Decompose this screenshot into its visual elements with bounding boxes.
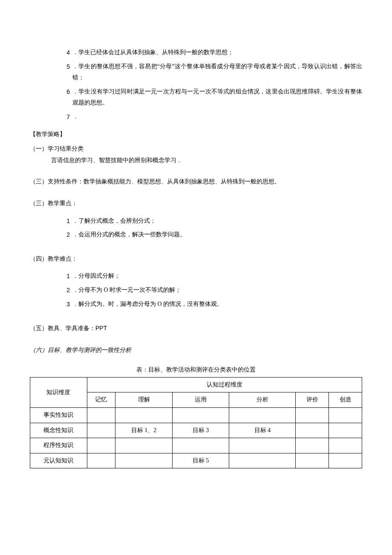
table-cell [229, 408, 296, 423]
list-item: 1 ．了解分式概念，会辨别分式； [30, 215, 362, 227]
list-item: 2 ．分母不为 O 时求一元一次不等式的解； [30, 285, 362, 296]
section-2: （三）支持性条件：数学抽象概括能力、模型思想、从具体到抽象思想、从特殊到一般的思… [30, 176, 362, 188]
table-cell [229, 438, 296, 453]
item-number: 3 [60, 299, 72, 310]
item-number: 4 [60, 47, 72, 58]
item-text: ．学生已经体会过从具体到抽象、从特殊到一般的数学思想； [72, 47, 362, 58]
item-text: ．学生没有学习过同时满足一元一次方程与一元一次不等式的组合情况，这里会出现思维障… [72, 86, 362, 109]
table-header-row: 知识维度 认知过程维度 [30, 377, 362, 392]
item-number: 1 [60, 270, 72, 282]
table-cell [296, 408, 329, 423]
numbered-list-top: 4 ．学生已经体会过从具体到抽象、从特殊到一般的数学思想； 5 ．学生的整体思想… [30, 47, 362, 123]
table-cell [296, 423, 329, 438]
table-cell [87, 453, 115, 468]
table-cell: 目标 1、2 [115, 423, 173, 438]
list-item: 2 ．会运用分式的概念，解决一些数学问题。 [30, 229, 362, 241]
row-label: 事实性知识 [30, 408, 87, 423]
section-3-heading: （三）教学重点： [30, 198, 362, 209]
item-text: ．分母因式分解； [72, 270, 362, 282]
list-item: 7 ． [30, 111, 362, 123]
table-cell [329, 408, 362, 423]
list-item: 3 ．解分式为。时，漏考虑分母为 O 的情况，没有整体观。 [30, 299, 362, 310]
col-label: 分析 [229, 392, 296, 408]
row-label: 元认知知识 [30, 453, 87, 468]
table-cell [229, 453, 296, 468]
item-text: ．会运用分式的概念，解决一些数学问题。 [72, 229, 362, 241]
table-cell [87, 408, 115, 423]
section-4: （四）教学难点： 1 ．分母因式分解； 2 ．分母不为 O 时求一元一次不等式的… [30, 253, 362, 310]
list-item: 5 ．学生的整体思想不强，容易把“分母”这个整体单独看成分母里的字母或者某个因式… [30, 61, 362, 84]
item-number: 6 [60, 86, 72, 109]
col-label: 运用 [172, 392, 229, 408]
section-2-heading: （三）支持性条件：数学抽象概括能力、模型思想、从具体到抽象思想、从特殊到一般的思… [30, 176, 362, 188]
table-cell [329, 438, 362, 453]
table-cell: 目标 3 [172, 423, 229, 438]
table-cell [87, 423, 115, 438]
section-1-heading: （一）学习结果分类 [30, 143, 362, 155]
table-caption: 表：目标、教学活动和测评在分类表中的位置 [30, 364, 362, 376]
table-row: 元认知知识 目标 5 [30, 453, 362, 468]
table-cell [296, 438, 329, 453]
strategy-header: 【教学策略】 [30, 129, 362, 140]
table-cell [115, 408, 173, 423]
row-label: 程序性知识 [30, 438, 87, 453]
item-text: ． [72, 111, 362, 123]
table-cell [329, 453, 362, 468]
table-row: 程序性知识 [30, 438, 362, 453]
col-label: 理解 [115, 392, 173, 408]
row-header-cell: 知识维度 [30, 377, 87, 407]
table-cell: 目标 4 [229, 423, 296, 438]
col-label: 创造 [329, 392, 362, 408]
table-cell: 目标 5 [172, 453, 229, 468]
table-row: 事实性知识 [30, 408, 362, 423]
table-cell [87, 438, 115, 453]
item-text: ．学生的整体思想不强，容易把“分母”这个整体单独看成分母里的字母或者某个因式，导… [72, 61, 362, 84]
table-cell [115, 453, 173, 468]
section-5: （五）教具、学具准备：PPT [30, 323, 362, 334]
table-cell [172, 438, 229, 453]
section-1-body: 言语信息的学习、智慧技能中的辨别和概念学习． [30, 155, 362, 166]
section-6-heading: （六）目标、教学与测评的一致性分析 [30, 345, 362, 356]
item-number: 1 [60, 215, 72, 227]
row-label: 概念性知识 [30, 423, 87, 438]
table-cell [172, 408, 229, 423]
section-6: （六）目标、教学与测评的一致性分析 [30, 345, 362, 356]
col-label: 记忆 [87, 392, 115, 408]
list-item: 6 ．学生没有学习过同时满足一元一次方程与一元一次不等式的组合情况，这里会出现思… [30, 86, 362, 109]
section-4-heading: （四）教学难点： [30, 253, 362, 265]
table-row: 概念性知识 目标 1、2 目标 3 目标 4 [30, 423, 362, 438]
item-text: ．解分式为。时，漏考虑分母为 O 的情况，没有整体观。 [72, 299, 362, 310]
table-cell [115, 438, 173, 453]
list-item: 4 ．学生已经体会过从具体到抽象、从特殊到一般的数学思想； [30, 47, 362, 58]
section-5-heading-prefix: （五）教具、学具准备： [30, 325, 95, 331]
item-text: ．了解分式概念，会辨别分式； [72, 215, 362, 227]
table-cell [329, 423, 362, 438]
table-cell [296, 453, 329, 468]
section-3: （三）教学重点： 1 ．了解分式概念，会辨别分式； 2 ．会运用分式的概念，解决… [30, 198, 362, 241]
classification-table: 知识维度 认知过程维度 记忆 理解 运用 分析 评价 创造 事实性知识 概念性知… [30, 377, 362, 469]
section-5-heading-suffix: PPT [95, 325, 107, 331]
item-number: 2 [60, 285, 72, 296]
item-number: 7 [60, 111, 72, 123]
item-number: 2 [60, 229, 72, 241]
col-label: 评价 [296, 392, 329, 408]
col-header-cell: 认知过程维度 [87, 377, 362, 392]
item-number: 5 [60, 61, 72, 84]
list-item: 1 ．分母因式分解； [30, 270, 362, 282]
item-text: ．分母不为 O 时求一元一次不等式的解； [72, 285, 362, 296]
section-1: （一）学习结果分类 言语信息的学习、智慧技能中的辨别和概念学习． [30, 143, 362, 166]
